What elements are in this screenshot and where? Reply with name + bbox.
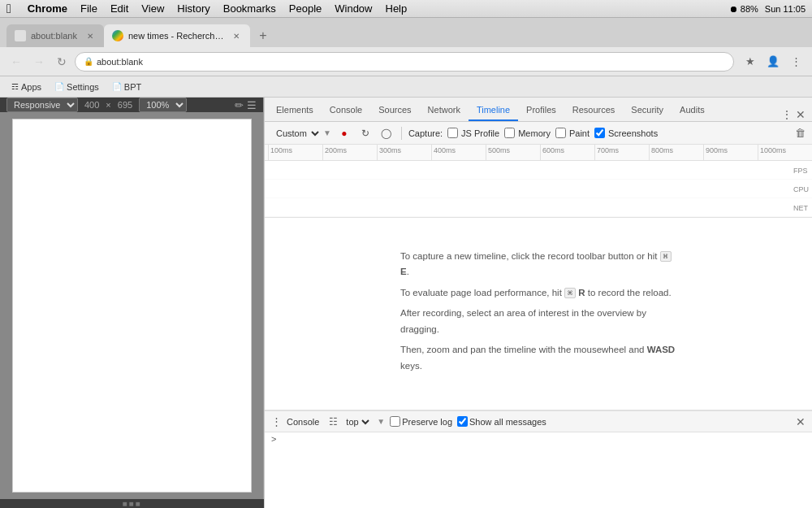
memory-checkbox[interactable] — [504, 128, 515, 138]
menu-window[interactable]: Window — [335, 2, 372, 15]
console-dropdown-arrow: ▼ — [377, 417, 385, 426]
preserve-log-checkbox[interactable] — [390, 416, 400, 427]
responsive-icons: ✏ ☰ — [235, 99, 257, 111]
menu-help[interactable]: Help — [386, 2, 408, 15]
preserve-log-text: Preserve log — [402, 417, 452, 427]
resize-handle[interactable]: ■■■ — [0, 499, 264, 508]
bpt-icon: 📄 — [112, 82, 122, 91]
ruler-tick-600: 600ms — [540, 145, 594, 161]
devtools-more-icon[interactable]: ⋮ — [781, 108, 793, 121]
viewport-area: Responsive 400 × 695 100% ✏ ☰ ■■■ — [0, 98, 264, 508]
ruler-tick-700: 700ms — [594, 145, 649, 161]
capture-label: Capture: — [408, 128, 443, 138]
tab-security[interactable]: Security — [623, 100, 672, 121]
viewport-x-separator: × — [106, 100, 110, 110]
menu-file[interactable]: File — [80, 2, 97, 15]
profile-button[interactable]: 👤 — [763, 52, 783, 72]
bookmark-settings[interactable]: 📄 Settings — [50, 80, 104, 93]
responsive-icon-2[interactable]: ☰ — [247, 99, 257, 111]
console-content[interactable]: > — [265, 432, 812, 508]
menu-button[interactable]: ⋮ — [786, 52, 806, 72]
ruler-tick-500: 500ms — [486, 145, 540, 161]
bookmark-bpt-label: BPT — [124, 82, 141, 92]
console-close-button[interactable]: ✕ — [796, 415, 806, 428]
tab-network[interactable]: Network — [420, 100, 469, 121]
console-filter-icon[interactable]: ☷ — [329, 416, 338, 428]
nav-right-icons: ★ 👤 ⋮ — [741, 52, 806, 72]
bookmark-apps-label: Apps — [21, 82, 41, 92]
tab-audits[interactable]: Audits — [672, 100, 713, 121]
responsive-preset-select[interactable]: Responsive — [6, 98, 78, 112]
show-all-messages-checkbox[interactable] — [457, 416, 468, 427]
ruler-tick-800: 800ms — [649, 145, 703, 161]
paint-label: Paint — [569, 128, 590, 138]
lock-icon: 🔒 — [84, 57, 93, 66]
fps-label: FPS — [793, 167, 809, 175]
ruler-tick-100: 100ms — [268, 145, 322, 161]
console-three-dots-icon[interactable]: ⋮ — [271, 415, 282, 428]
zoom-select[interactable]: 100% — [139, 98, 187, 112]
forward-button[interactable]: → — [29, 52, 49, 72]
bookmark-settings-label: Settings — [67, 82, 99, 92]
bookmark-bpt[interactable]: 📄 BPT — [107, 80, 146, 93]
paint-checkbox[interactable] — [555, 128, 566, 138]
timeline-metric-labels: FPS CPU NET — [793, 161, 809, 218]
bookmark-star-button[interactable]: ★ — [741, 52, 760, 72]
timeline-preset-select[interactable]: Custom — [271, 128, 322, 139]
memory-checkbox-label[interactable]: Memory — [504, 128, 551, 138]
tab-console[interactable]: Console — [322, 100, 370, 121]
console-prompt-arrow: > — [271, 434, 276, 444]
menu-chrome[interactable]: Chrome — [28, 2, 67, 15]
ruler-tick-200: 200ms — [322, 145, 377, 161]
timeline-preset-wrap: Custom ▼ — [271, 128, 331, 139]
ruler-tick-400: 400ms — [431, 145, 486, 161]
viewport-content — [0, 112, 263, 499]
show-all-messages-text: Show all messages — [469, 417, 546, 427]
record-reload-button[interactable]: ↻ — [357, 125, 374, 141]
menu-view[interactable]: View — [141, 2, 164, 15]
menu-bookmarks[interactable]: Bookmarks — [223, 2, 276, 15]
bookmark-apps[interactable]: ☶ Apps — [6, 80, 46, 93]
tab-timeline[interactable]: Timeline — [469, 100, 518, 121]
new-tab-button[interactable]: + — [252, 24, 274, 47]
menu-bar-right: ⏺ 88% Sun 11:05 — [729, 4, 806, 14]
time-display: Sun 11:05 — [765, 4, 806, 14]
tab-0[interactable]: about:blank ✕ — [6, 24, 104, 47]
devtools-close-icon[interactable]: ✕ — [796, 108, 806, 121]
responsive-icon-1[interactable]: ✏ — [235, 99, 244, 111]
js-profile-checkbox[interactable] — [447, 128, 458, 138]
tab-0-favicon — [15, 30, 26, 41]
menu-people[interactable]: People — [289, 2, 322, 15]
tab-0-close[interactable]: ✕ — [84, 30, 96, 41]
preserve-log-label[interactable]: Preserve log — [390, 416, 452, 427]
trash-icon[interactable]: 🗑 — [795, 127, 806, 139]
tab-1[interactable]: new times - Recherche G... ✕ — [104, 24, 250, 47]
ruler-tick-900: 900ms — [703, 145, 758, 161]
apple-menu[interactable]:  — [6, 2, 11, 16]
tab-resources[interactable]: Resources — [564, 100, 624, 121]
record-button[interactable]: ● — [336, 125, 352, 141]
address-bar[interactable]: 🔒 about:blank — [75, 52, 734, 72]
menu-edit[interactable]: Edit — [110, 2, 128, 15]
tab-1-favicon — [112, 30, 123, 41]
chevron-down-icon: ▼ — [323, 128, 331, 137]
tab-sources[interactable]: Sources — [370, 100, 419, 121]
back-button[interactable]: ← — [6, 52, 26, 72]
ruler-tick-300: 300ms — [377, 145, 431, 161]
console-context-select[interactable]: top — [343, 416, 372, 428]
refresh-button[interactable]: ↻ — [52, 52, 71, 72]
js-profile-checkbox-label[interactable]: JS Profile — [447, 128, 499, 138]
screenshots-checkbox[interactable] — [594, 128, 605, 138]
paint-checkbox-label[interactable]: Paint — [555, 128, 590, 138]
tab-elements[interactable]: Elements — [268, 100, 322, 121]
tab-bar: about:blank ✕ new times - Recherche G...… — [0, 18, 812, 47]
timeline-graph-content[interactable] — [265, 161, 812, 217]
timeline-hint-3: After recording, select an area of inter… — [400, 306, 676, 337]
show-all-messages-label[interactable]: Show all messages — [457, 416, 546, 427]
tab-profiles[interactable]: Profiles — [518, 100, 564, 121]
screenshots-checkbox-label[interactable]: Screenshots — [594, 128, 658, 138]
viewport-height: 695 — [118, 100, 132, 110]
menu-history[interactable]: History — [177, 2, 209, 15]
tab-1-close[interactable]: ✕ — [231, 30, 242, 41]
clear-button[interactable]: ◯ — [378, 125, 395, 141]
